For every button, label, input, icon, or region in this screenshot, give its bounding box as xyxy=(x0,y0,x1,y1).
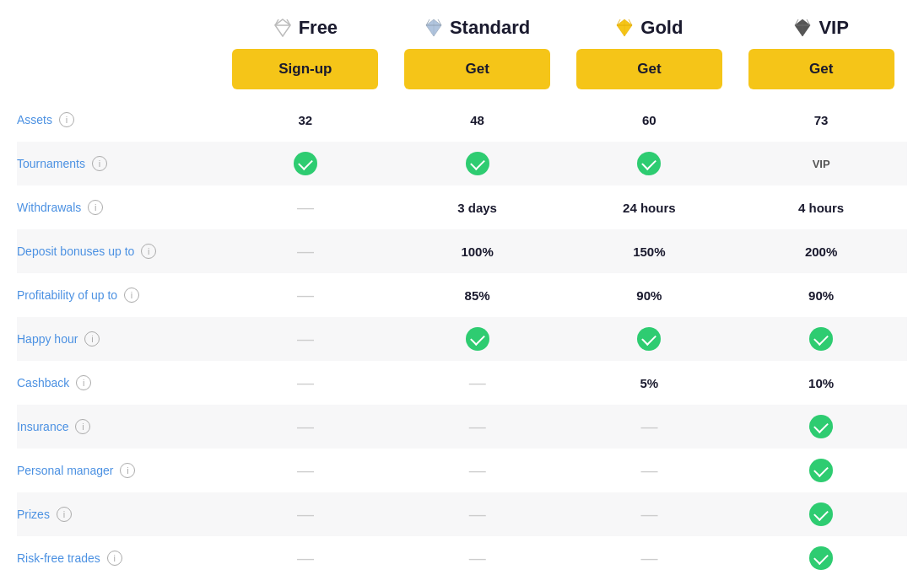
vip-action-button[interactable]: Get xyxy=(748,49,894,89)
table-row: Withdrawals i—3 days24 hours4 hours xyxy=(17,185,907,229)
cell: 100% xyxy=(392,236,564,267)
cell: 85% xyxy=(392,280,564,311)
table-row: Personal manager i——— xyxy=(17,449,907,492)
info-icon[interactable]: i xyxy=(76,375,91,390)
row-label-happy-hour: Happy hour i xyxy=(17,323,219,355)
table-row: Insurance i——— xyxy=(17,405,907,449)
cell: — xyxy=(219,497,392,533)
tier-free: Free Sign-up xyxy=(219,17,392,89)
check-icon xyxy=(294,152,317,175)
row-label-withdrawals: Withdrawals i xyxy=(17,191,219,223)
free-action-button[interactable]: Sign-up xyxy=(232,49,378,89)
check-icon xyxy=(809,502,833,526)
cell: — xyxy=(392,365,564,401)
cell: — xyxy=(564,497,736,533)
cell: — xyxy=(392,540,564,576)
comparison-table: Free Sign-up Standard Get xyxy=(17,17,907,575)
check-icon xyxy=(466,327,489,351)
row-label-text: Assets xyxy=(17,113,52,126)
row-label-tournaments: Tournaments i xyxy=(17,148,219,180)
cell xyxy=(564,143,736,184)
row-label-prizes: Prizes i xyxy=(17,498,219,530)
row-label-text: Tournaments xyxy=(17,157,85,170)
cell: 150% xyxy=(564,236,736,267)
info-icon[interactable]: i xyxy=(57,507,72,522)
info-icon[interactable]: i xyxy=(107,551,122,566)
cell: — xyxy=(219,365,392,401)
tier-gold-label: Gold xyxy=(640,17,683,39)
cell: 73 xyxy=(735,105,907,136)
info-icon[interactable]: i xyxy=(75,419,90,434)
cell xyxy=(392,319,564,359)
info-icon[interactable]: i xyxy=(92,156,107,171)
cell: 32 xyxy=(219,105,392,136)
cell: — xyxy=(219,190,392,226)
rows-container: Assets i32486073Tournaments iVIPWithdraw… xyxy=(17,98,907,575)
table-row: Profitability of up to i—85%90%90% xyxy=(17,273,907,317)
tier-standard: Standard Get xyxy=(392,17,564,89)
cell xyxy=(735,406,907,447)
cell xyxy=(735,319,907,359)
cell xyxy=(392,143,564,184)
row-label-text: Happy hour xyxy=(17,332,78,346)
cell: 5% xyxy=(564,368,736,399)
info-icon[interactable]: i xyxy=(141,244,156,259)
check-icon xyxy=(637,152,661,175)
row-label-text: Profitability of up to xyxy=(17,288,117,302)
cell: — xyxy=(219,409,392,445)
row-label-text: Cashback xyxy=(17,376,69,390)
cell xyxy=(564,319,736,359)
gold-action-button[interactable]: Get xyxy=(576,49,722,89)
diamond-standard-icon xyxy=(424,19,443,37)
cell: 200% xyxy=(735,236,907,267)
row-label-text: Personal manager xyxy=(17,464,113,477)
tier-gold: Gold Get xyxy=(564,17,736,89)
vip-badge: VIP xyxy=(813,158,830,170)
cell: — xyxy=(219,453,392,489)
table-row: Cashback i——5%10% xyxy=(17,361,907,405)
cell: — xyxy=(564,453,736,489)
cell: 90% xyxy=(564,280,736,311)
cell: 48 xyxy=(392,105,564,136)
info-icon[interactable]: i xyxy=(84,331,100,347)
row-label-text: Risk-free trades xyxy=(17,551,100,565)
cell: — xyxy=(392,409,564,445)
table-row: Assets i32486073 xyxy=(17,98,907,142)
table-row: Deposit bonuses up to i—100%150%200% xyxy=(17,229,907,273)
cell: 10% xyxy=(735,368,907,399)
cell: 60 xyxy=(564,105,736,136)
cell xyxy=(735,538,907,575)
info-icon[interactable]: i xyxy=(88,200,103,215)
check-icon xyxy=(809,546,833,570)
tier-vip-label: VIP xyxy=(819,17,848,39)
info-icon[interactable]: i xyxy=(120,463,135,478)
cell: 24 hours xyxy=(564,192,736,223)
row-label-text: Deposit bonuses up to xyxy=(17,245,134,258)
row-label-text: Withdrawals xyxy=(17,201,81,214)
cell: — xyxy=(219,321,392,357)
cell: 4 hours xyxy=(735,192,907,223)
tier-header-row: Free Sign-up Standard Get xyxy=(17,17,907,89)
row-label-assets: Assets i xyxy=(17,104,219,136)
row-label-insurance: Insurance i xyxy=(17,411,219,443)
info-icon[interactable]: i xyxy=(59,112,74,127)
diamond-gold-icon xyxy=(615,19,634,37)
cell: — xyxy=(392,453,564,489)
cell xyxy=(735,450,907,491)
standard-action-button[interactable]: Get xyxy=(404,49,550,89)
info-icon[interactable]: i xyxy=(124,288,139,303)
diamond-vip-icon xyxy=(793,19,812,37)
check-icon xyxy=(809,415,833,438)
row-label-profitability-of-up-to: Profitability of up to i xyxy=(17,279,219,311)
table-row: Prizes i——— xyxy=(17,492,907,536)
row-label-risk-free-trades: Risk-free trades i xyxy=(17,542,219,574)
cell xyxy=(219,143,392,184)
check-icon xyxy=(809,327,833,351)
check-icon xyxy=(637,327,661,351)
row-label-text: Insurance xyxy=(17,420,68,433)
cell: — xyxy=(219,540,392,576)
cell: — xyxy=(392,497,564,533)
table-row: Happy hour i— xyxy=(17,317,907,361)
cell: VIP xyxy=(735,149,907,179)
row-label-deposit-bonuses-up-to: Deposit bonuses up to i xyxy=(17,235,219,267)
